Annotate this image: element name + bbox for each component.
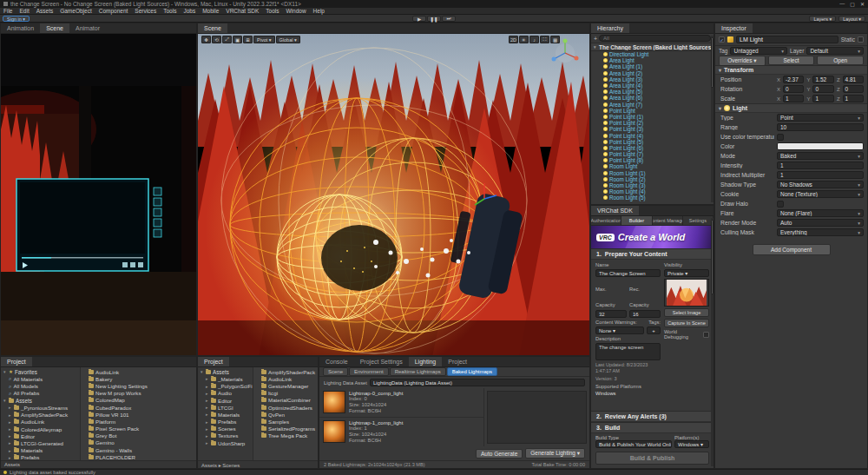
folder-item[interactable]: ▸ LTCGI-Generated <box>1 439 80 446</box>
auto-generate-toggle[interactable]: Auto Generate <box>476 449 523 459</box>
folder-item[interactable]: ▸ Prefabs <box>198 419 253 426</box>
section-alerts-header[interactable]: 2. Review Any Alerts (3) <box>591 411 713 422</box>
menu-item[interactable]: Component <box>95 8 132 14</box>
secondary-scene-canvas[interactable] <box>1 34 196 355</box>
active-checkbox[interactable] <box>719 36 725 43</box>
add-object-button[interactable]: + <box>594 36 597 42</box>
bottom-panel-tab[interactable]: Project Settings <box>354 357 409 366</box>
asset-item[interactable]: ltcgi <box>253 390 318 397</box>
hierarchy-item[interactable]: Area Light (6) <box>591 95 713 101</box>
hierarchy-item[interactable]: Point Light (1) <box>591 114 713 120</box>
hierarchy-item[interactable]: Point Light (2) <box>591 120 713 126</box>
hierarchy-item[interactable]: Room Light (3) <box>591 182 713 188</box>
layer-dropdown[interactable]: Default <box>806 47 864 55</box>
hierarchy-item[interactable]: Area Light <box>591 57 713 63</box>
lighting-subtab[interactable]: Scene <box>323 367 348 376</box>
add-tag-button[interactable]: + <box>647 327 661 334</box>
static-checkbox[interactable] <box>858 36 864 43</box>
left-view-tab[interactable]: Animator <box>69 23 106 33</box>
rotation-z-field[interactable]: 0 <box>843 85 864 93</box>
light-property-field[interactable]: 1 <box>777 162 864 169</box>
asset-item[interactable]: New Lighting Settings <box>81 382 196 389</box>
project-1-breadcrumb[interactable]: Assets <box>1 460 196 468</box>
lightmap-entry[interactable]: Lightmap-0_comp_light Index: 0 Size: 102… <box>319 388 483 418</box>
left-view-tab[interactable]: Animation <box>1 23 40 33</box>
hierarchy-item[interactable]: Room Light (5) <box>591 195 713 201</box>
hierarchy-search-input[interactable] <box>599 35 711 42</box>
scene-toggle-button[interactable]: ♪ <box>529 36 539 43</box>
folder-item[interactable]: ▸ Editor <box>198 397 253 404</box>
play-button[interactable]: ▶ <box>412 16 426 22</box>
light-property-field[interactable]: Everything <box>777 228 864 236</box>
description-field[interactable]: The change screen <box>595 343 661 360</box>
hierarchy-item[interactable]: Point Light (6) <box>591 145 713 151</box>
asset-item[interactable]: GestureManager <box>253 382 318 389</box>
hierarchy-item[interactable]: Area Light (4) <box>591 82 713 89</box>
folder-item[interactable]: ▸ ColoredAlleymap <box>1 426 80 432</box>
pause-button[interactable]: ❚❚ <box>427 16 441 22</box>
hierarchy-item[interactable]: Point Light (4) <box>591 132 713 138</box>
hierarchy-scrollbar[interactable] <box>711 36 713 202</box>
asset-item[interactable]: AudioLink <box>253 375 318 382</box>
minimize-button[interactable]: — <box>839 1 845 7</box>
hierarchy-item[interactable]: Directional Light <box>591 51 713 57</box>
sdk-inner-tab[interactable]: Settings <box>683 216 713 225</box>
menu-item[interactable]: Tools <box>160 8 180 14</box>
hierarchy-item[interactable]: Point Light (3) <box>591 126 713 132</box>
light-property-field[interactable] <box>777 142 864 150</box>
menu-item[interactable]: Tools <box>262 8 282 14</box>
assets-root[interactable]: ▾ Assets <box>198 368 253 375</box>
folder-item[interactable]: ▸ _PolygonSciFi <box>198 383 253 390</box>
sign-in-button[interactable]: Sign in ▾ <box>3 16 30 22</box>
platform-dropdown[interactable]: Windows ▾ <box>674 440 709 448</box>
menu-item[interactable]: Jobs <box>180 8 199 14</box>
menu-item[interactable]: File <box>0 8 16 14</box>
scene-header-row[interactable]: ▾ The Change Screen (Baked Light Sources… <box>591 43 713 51</box>
menu-item[interactable]: Help <box>310 8 328 14</box>
scene-toggle-button[interactable]: ☀ <box>519 36 529 43</box>
light-property-field[interactable]: 1 <box>777 171 864 179</box>
hierarchy-item[interactable]: Point Light (5) <box>591 139 713 145</box>
folder-item[interactable]: ▸ UdonSharp <box>198 439 253 446</box>
prefab-open-button[interactable]: Open <box>817 56 864 65</box>
sdk-inner-tab[interactable]: Authentication <box>591 216 621 225</box>
scene-tool-button[interactable]: ⊞ <box>243 36 253 43</box>
gameobject-name-field[interactable]: LM Light <box>736 36 838 43</box>
visibility-dropdown[interactable]: Private ▾ <box>664 269 709 277</box>
light-property-field[interactable]: Auto <box>777 219 864 227</box>
status-bar[interactable]: Lighting data asset baked successfully <box>0 469 868 475</box>
tag-dropdown[interactable]: Untagged <box>730 47 787 55</box>
step-button[interactable]: ⏭ <box>442 16 456 22</box>
scene-view-tab[interactable]: Scene <box>198 23 227 33</box>
menu-item[interactable]: Edit <box>16 8 32 14</box>
build-type-dropdown[interactable]: Build & Publish Your World Online ▾ <box>595 440 672 448</box>
menu-item[interactable]: Services <box>131 8 160 14</box>
light-property-field[interactable]: None (Texture) <box>777 190 864 198</box>
section-prepare-header[interactable]: 1. Prepare Your Content <box>591 248 713 260</box>
inspector-tab[interactable]: Inspector <box>715 23 753 33</box>
hierarchy-item[interactable]: Room Light (4) <box>591 188 713 195</box>
project-2-tab[interactable]: Project <box>198 357 229 366</box>
asset-item[interactable]: OptimizedShaders <box>253 404 318 411</box>
asset-item[interactable]: Grey Bot <box>81 432 196 439</box>
build-and-publish-button[interactable]: Build & Publish <box>595 452 709 465</box>
layout-dropdown[interactable]: Layout ▾ <box>838 16 865 22</box>
light-property-field[interactable]: Baked <box>777 152 864 160</box>
scene-toggle-button[interactable]: ▦ <box>550 36 560 43</box>
select-image-button[interactable]: Select Image <box>664 308 709 317</box>
sdk-inner-tab[interactable]: Content Manager <box>653 216 683 225</box>
hierarchy-item[interactable]: Area Light (5) <box>591 89 713 95</box>
asset-item[interactable]: CubedParadox <box>81 404 196 411</box>
light-property-field[interactable]: 10 <box>777 123 864 131</box>
world-name-field[interactable]: The Change Screen <box>595 269 661 277</box>
section-build-header[interactable]: 3. Build <box>591 422 713 433</box>
folder-item[interactable]: ▸ Prefabs <box>1 454 80 460</box>
sdk-inner-tab[interactable]: Builder <box>621 216 652 225</box>
position-x-field[interactable]: -2.37 <box>783 76 804 83</box>
layers-dropdown[interactable]: Layers ▾ <box>809 16 836 22</box>
menu-item[interactable]: VRChat SDK <box>222 8 262 14</box>
bottom-panel-tab[interactable]: Console <box>319 357 354 366</box>
asset-item[interactable]: Pixel Screen Pack <box>81 426 196 432</box>
asset-item[interactable]: New M prop Works <box>81 390 196 397</box>
bottom-panel-tab[interactable]: Lighting <box>409 357 443 366</box>
